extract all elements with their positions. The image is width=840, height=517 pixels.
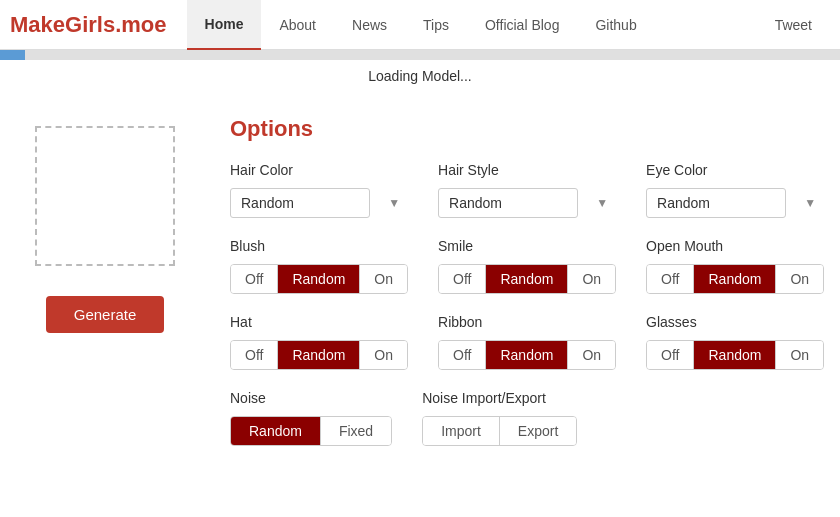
nav-about[interactable]: About [261, 0, 334, 50]
hair-style-label: Hair Style [438, 162, 616, 178]
hair-style-dropdown[interactable]: Random Short Long Twintails Ponytail [438, 188, 578, 218]
glasses-off-btn[interactable]: Off [647, 341, 694, 369]
hat-label: Hat [230, 314, 408, 330]
hat-random-btn[interactable]: Random [278, 341, 360, 369]
options-grid: Hair Color Random Blonde Brown Black Blu… [230, 162, 824, 370]
open-mouth-off-btn[interactable]: Off [647, 265, 694, 293]
nav-official-blog[interactable]: Official Blog [467, 0, 577, 50]
blush-random-btn[interactable]: Random [278, 265, 360, 293]
ribbon-toggle-group: Off Random On [438, 340, 616, 370]
open-mouth-on-btn[interactable]: On [776, 265, 823, 293]
hat-on-btn[interactable]: On [360, 341, 407, 369]
hat-off-btn[interactable]: Off [231, 341, 278, 369]
hair-color-label: Hair Color [230, 162, 408, 178]
left-panel: Generate [0, 106, 210, 456]
eye-color-group: Eye Color Random Blue Brown Green Red Pu… [646, 162, 824, 218]
hair-style-dropdown-wrap: Random Short Long Twintails Ponytail ▼ [438, 188, 616, 218]
progress-bar [0, 50, 25, 60]
smile-off-btn[interactable]: Off [439, 265, 486, 293]
smile-random-btn[interactable]: Random [486, 265, 568, 293]
smile-toggle-group: Off Random On [438, 264, 616, 294]
open-mouth-toggle-group: Off Random On [646, 264, 824, 294]
progress-container [0, 50, 840, 60]
nav-tips[interactable]: Tips [405, 0, 467, 50]
hair-color-dropdown-wrap: Random Blonde Brown Black Blue Red Pink … [230, 188, 408, 218]
ribbon-label: Ribbon [438, 314, 616, 330]
ribbon-group: Ribbon Off Random On [438, 314, 616, 370]
smile-group: Smile Off Random On [438, 238, 616, 294]
smile-label: Smile [438, 238, 616, 254]
noise-ie-toggle-group: Import Export [422, 416, 577, 446]
logo: MakeGirls.moe [10, 12, 167, 38]
hair-style-dropdown-arrow: ▼ [596, 196, 608, 210]
noise-toggle-group: Random Fixed [230, 416, 392, 446]
right-panel: Options Hair Color Random Blonde Brown B… [210, 106, 840, 456]
noise-ie-group: Noise Import/Export Import Export [422, 390, 577, 446]
glasses-toggle-group: Off Random On [646, 340, 824, 370]
blush-group: Blush Off Random On [230, 238, 408, 294]
hair-color-dropdown-arrow: ▼ [388, 196, 400, 210]
noise-row: Noise Random Fixed Noise Import/Export I… [230, 390, 824, 446]
hair-color-group: Hair Color Random Blonde Brown Black Blu… [230, 162, 408, 218]
generate-button[interactable]: Generate [46, 296, 165, 333]
header: MakeGirls.moe Home About News Tips Offic… [0, 0, 840, 50]
glasses-random-btn[interactable]: Random [694, 341, 776, 369]
glasses-label: Glasses [646, 314, 824, 330]
nav: Home About News Tips Official Blog Githu… [187, 0, 830, 50]
noise-label: Noise [230, 390, 392, 406]
noise-import-btn[interactable]: Import [423, 417, 500, 445]
nav-home[interactable]: Home [187, 0, 262, 50]
main-layout: Generate Options Hair Color Random Blond… [0, 96, 840, 466]
noise-fixed-btn[interactable]: Fixed [321, 417, 391, 445]
image-placeholder [35, 126, 175, 266]
smile-on-btn[interactable]: On [568, 265, 615, 293]
eye-color-dropdown[interactable]: Random Blue Brown Green Red Purple [646, 188, 786, 218]
noise-random-btn[interactable]: Random [231, 417, 321, 445]
loading-text: Loading Model... [0, 60, 840, 96]
hat-group: Hat Off Random On [230, 314, 408, 370]
glasses-group: Glasses Off Random On [646, 314, 824, 370]
ribbon-random-btn[interactable]: Random [486, 341, 568, 369]
glasses-on-btn[interactable]: On [776, 341, 823, 369]
noise-export-btn[interactable]: Export [500, 417, 576, 445]
eye-color-dropdown-arrow: ▼ [804, 196, 816, 210]
open-mouth-group: Open Mouth Off Random On [646, 238, 824, 294]
hair-style-group: Hair Style Random Short Long Twintails P… [438, 162, 616, 218]
eye-color-dropdown-wrap: Random Blue Brown Green Red Purple ▼ [646, 188, 824, 218]
noise-ie-label: Noise Import/Export [422, 390, 577, 406]
blush-label: Blush [230, 238, 408, 254]
noise-group: Noise Random Fixed [230, 390, 392, 446]
hair-color-dropdown[interactable]: Random Blonde Brown Black Blue Red Pink … [230, 188, 370, 218]
nav-tweet[interactable]: Tweet [757, 0, 830, 50]
ribbon-on-btn[interactable]: On [568, 341, 615, 369]
options-title: Options [230, 116, 824, 142]
open-mouth-label: Open Mouth [646, 238, 824, 254]
nav-github[interactable]: Github [577, 0, 654, 50]
eye-color-label: Eye Color [646, 162, 824, 178]
blush-toggle-group: Off Random On [230, 264, 408, 294]
hat-toggle-group: Off Random On [230, 340, 408, 370]
ribbon-off-btn[interactable]: Off [439, 341, 486, 369]
nav-news[interactable]: News [334, 0, 405, 50]
blush-off-btn[interactable]: Off [231, 265, 278, 293]
open-mouth-random-btn[interactable]: Random [694, 265, 776, 293]
blush-on-btn[interactable]: On [360, 265, 407, 293]
